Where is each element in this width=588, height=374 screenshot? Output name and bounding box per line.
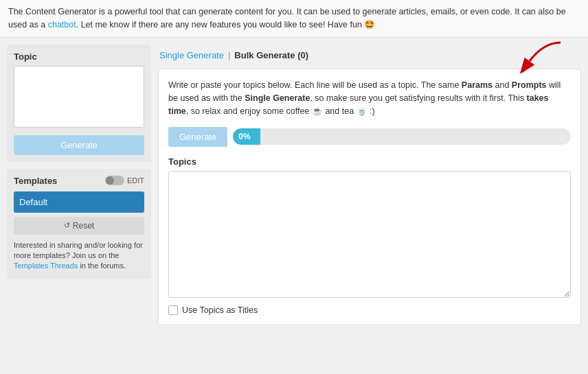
edit-label: EDIT	[127, 176, 144, 185]
params-label: Params	[462, 80, 493, 90]
use-topics-checkbox[interactable]	[168, 305, 178, 315]
bulk-description: Write or paste your topics below. Each l…	[168, 79, 571, 119]
topics-label: Topics	[168, 156, 571, 167]
info-text2: in the forums.	[78, 261, 126, 270]
tab-divider: |	[228, 50, 230, 60]
desc-part1: Write or paste your topics below. Each l…	[168, 80, 462, 90]
topics-textarea[interactable]	[168, 171, 571, 298]
single-label: Single Generate	[245, 93, 310, 103]
templates-title: Templates	[14, 176, 57, 186]
templates-header: Templates EDIT	[14, 176, 144, 186]
default-template-button[interactable]: Default	[14, 191, 144, 213]
banner-text2: . Let me know if there are any new featu…	[76, 20, 376, 30]
content-panel: Write or paste your topics below. Each l…	[158, 69, 581, 325]
generate-bulk-button[interactable]: Generate	[168, 127, 227, 147]
tabs-row: Single Generate | Bulk Generate (0)	[158, 45, 581, 63]
reset-icon: ↺	[64, 221, 70, 230]
topic-textarea[interactable]	[14, 66, 144, 128]
arrow-svg	[506, 39, 567, 73]
arrow-annotation	[506, 39, 567, 75]
progress-label: 0%	[238, 132, 250, 141]
prompts-label: Prompts	[512, 80, 547, 90]
generate-left-button[interactable]: Generate	[14, 135, 144, 155]
content-area: Single Generate | Bulk Generate (0)	[158, 45, 581, 325]
progress-bar: 0%	[233, 128, 260, 145]
desc-part3: , so make sure you get satisfying result…	[310, 93, 526, 103]
use-topics-label: Use Topics as Titles	[182, 305, 258, 315]
toggle-knob	[106, 176, 114, 185]
reset-button[interactable]: ↺ Reset	[14, 217, 144, 235]
edit-toggle[interactable]: EDIT	[105, 176, 144, 185]
templates-box: Templates EDIT Default ↺ Reset Intereste…	[7, 169, 151, 279]
chatbot-link[interactable]: chatbot	[48, 20, 76, 30]
generate-bar: Generate 0%	[168, 127, 571, 147]
sidebar: Topic Generate Templates EDIT Default ↺ …	[7, 45, 151, 325]
reset-label: Reset	[73, 221, 94, 231]
progress-wrapper: 0%	[233, 128, 571, 145]
tab-bulk-generate[interactable]: Bulk Generate (0)	[233, 47, 310, 63]
toggle-switch[interactable]	[105, 176, 124, 185]
desc-and: and	[493, 80, 512, 90]
info-text1: Interested in sharing and/or looking for…	[14, 241, 143, 259]
templates-threads-link[interactable]: Templates Threads	[14, 261, 78, 270]
topic-label: Topic	[14, 51, 144, 62]
topic-box: Topic Generate	[7, 45, 151, 162]
templates-info: Interested in sharing and/or looking for…	[14, 240, 144, 272]
tab-single-generate[interactable]: Single Generate	[158, 47, 225, 63]
bulk-generate-label: Bulk Generate	[234, 50, 295, 60]
use-topics-row: Use Topics as Titles	[168, 305, 571, 315]
top-banner: The Content Generator is a powerful tool…	[0, 0, 588, 38]
bulk-count-badge: (0)	[297, 50, 308, 60]
main-layout: Topic Generate Templates EDIT Default ↺ …	[0, 38, 588, 332]
desc-part4: , so relax and enjoy some coffee ☕ and t…	[186, 106, 375, 116]
